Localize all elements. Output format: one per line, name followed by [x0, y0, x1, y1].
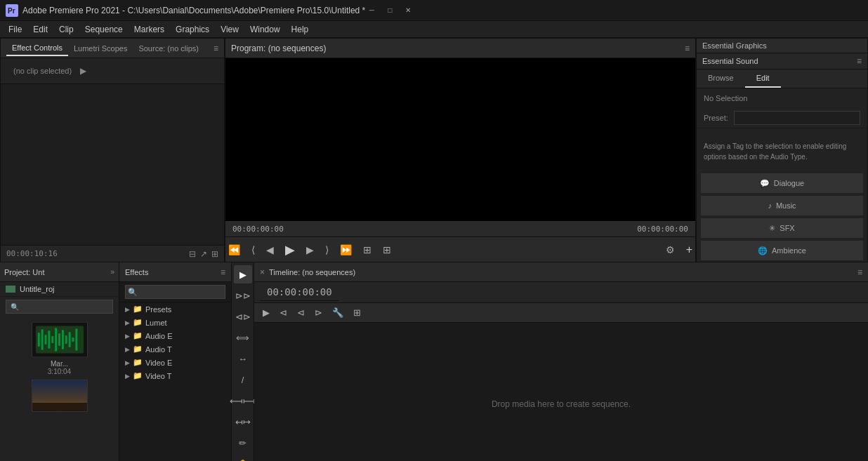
effects-item-audio-transitions[interactable]: ▶ 📁 Audio T	[119, 342, 231, 356]
expand-arrow: ▶	[79, 67, 87, 75]
title-bar: Pr Adobe Premiere Pro 2021 - C:\Users\Da…	[0, 0, 868, 21]
menu-markers[interactable]: Markers	[129, 23, 170, 36]
filter-icon[interactable]: ⊟	[189, 249, 196, 259]
timeline-tool-ripple[interactable]: ⊲	[277, 306, 290, 319]
rolling-edit-button[interactable]: ⟺	[234, 328, 252, 347]
expand-arrow: ▶	[125, 333, 130, 340]
menu-sequence[interactable]: Sequence	[79, 23, 129, 36]
selection-tool-button[interactable]: ▶	[234, 265, 252, 283]
timeline-tool-wrench[interactable]: 🔧	[329, 306, 346, 319]
add-marker-button[interactable]: +	[683, 242, 695, 258]
effects-item-presets[interactable]: ▶ 📁 Presets	[119, 302, 231, 316]
timeline-menu-icon[interactable]: ≡	[857, 267, 862, 277]
sfx-button[interactable]: ✳ SFX	[701, 218, 863, 238]
menu-clip[interactable]: Clip	[53, 23, 79, 36]
project-panel-header: Project: Unt »	[0, 262, 119, 282]
timeline-tool-captions[interactable]: ⊞	[350, 306, 364, 319]
extract-button[interactable]: ⊞	[360, 243, 374, 257]
monitor-controls: ⏪ ⟨ ◀ ▶ ▶ ⟩ ⏩ ⊞ ⊞ ⚙ +	[225, 236, 695, 262]
step-forward-button[interactable]: ⟩	[322, 243, 331, 257]
tab-effect-controls[interactable]: Effect Controls	[6, 41, 68, 56]
panel-menu-icon[interactable]: ≡	[213, 44, 218, 53]
folder-icon: 📁	[133, 305, 143, 314]
pen-button[interactable]: ✏	[234, 434, 252, 452]
insert-button[interactable]: ⊞	[380, 243, 394, 257]
ripple-edit-button[interactable]: ⊲⊳	[234, 307, 252, 326]
export-icon[interactable]: ↗	[200, 249, 207, 259]
effects-item-video-transitions[interactable]: ▶ 📁 Video T	[119, 369, 231, 382]
menu-help[interactable]: Help	[286, 23, 315, 36]
effects-search-input[interactable]	[125, 285, 225, 299]
close-button[interactable]: ✕	[402, 6, 414, 15]
svg-rect-5	[41, 329, 43, 349]
effect-controls-content: (no clip selected) ▶	[1, 58, 224, 245]
wrench-button[interactable]: ⚙	[663, 243, 678, 257]
menu-view[interactable]: View	[215, 23, 244, 36]
forward-button[interactable]: ▶	[303, 243, 317, 257]
hand-button[interactable]: ✋	[234, 455, 252, 461]
main-layout: Effect Controls Lumetri Scopes Source: (…	[0, 38, 868, 461]
settings-icon[interactable]: ⊞	[211, 249, 218, 259]
menu-graphics[interactable]: Graphics	[170, 23, 215, 36]
audio-type-buttons: 💬 Dialogue ♪ Music ✳ SFX 🌐 Ambience	[697, 169, 867, 265]
timeline-header: × Timeline: (no sequences) ≡	[254, 262, 868, 282]
tab-lumetri-scopes[interactable]: Lumetri Scopes	[68, 41, 133, 55]
audio-waveform-thumb	[32, 322, 88, 357]
maximize-button[interactable]: □	[383, 6, 396, 15]
slip-button[interactable]: ⟻⟼	[234, 392, 252, 410]
tab-browse[interactable]: Browse	[697, 69, 745, 88]
project-file-row[interactable]: Untitle_roj	[0, 282, 119, 297]
title-text: Adobe Premiere Pro 2021 - C:\Users\Dania…	[22, 6, 365, 15]
timeline-tool-select[interactable]: ▶	[260, 306, 272, 319]
effects-item-lumetri[interactable]: ▶ 📁 Lumet	[119, 316, 231, 329]
sfx-icon: ✳	[769, 224, 775, 233]
slide-button[interactable]: ↤↦	[234, 413, 252, 431]
mark-out-button[interactable]: ⏩	[337, 243, 355, 257]
step-back-button[interactable]: ⟨	[249, 243, 258, 257]
music-button[interactable]: ♪ Music	[701, 196, 863, 215]
timeline-title: Timeline: (no sequences)	[269, 268, 853, 276]
rewind-button[interactable]: ◀	[263, 243, 277, 257]
menu-edit[interactable]: Edit	[27, 23, 53, 36]
preset-dropdown[interactable]	[734, 111, 860, 125]
track-select-forward-button[interactable]: ⊳⊳	[234, 286, 252, 305]
rate-stretch-button[interactable]: ↔	[234, 349, 252, 368]
effects-panel: Effects ≡ 🔍 ▶ 📁 Presets ▶ 📁 Lumet	[119, 262, 232, 461]
essential-sound-menu[interactable]: ≡	[857, 56, 862, 66]
effects-menu-icon[interactable]: ≡	[221, 267, 225, 277]
play-button[interactable]: ▶	[282, 241, 298, 259]
program-monitor: Program: (no sequences) ≡ 00:00:00:00 00…	[225, 38, 696, 262]
timeline-tool-slip[interactable]: ⊳	[312, 306, 325, 319]
tab-source-no-clips[interactable]: Source: (no clips)	[133, 41, 204, 55]
program-monitor-menu[interactable]: ≡	[685, 44, 690, 53]
effects-item-video-effects[interactable]: ▶ 📁 Video E	[119, 356, 231, 369]
project-search-input[interactable]	[6, 300, 113, 314]
tab-edit[interactable]: Edit	[745, 69, 781, 88]
essential-graphics-panel: Essential Graphics Essential Sound ≡ Bro…	[696, 38, 868, 262]
razor-button[interactable]: /	[234, 370, 252, 389]
project-panel-more[interactable]: »	[110, 268, 114, 276]
window-controls: ─ □ ✕	[365, 6, 414, 15]
monitor-time-row: 00:00:00:00 00:00:00:00	[225, 221, 695, 236]
time-left: 00:00:00:00	[232, 225, 284, 234]
tab-audio-clip[interactable]: Audio Cl	[204, 41, 209, 55]
preset-row: Preset:	[697, 108, 867, 128]
mark-in-button[interactable]: ⏪	[225, 243, 243, 257]
menu-file[interactable]: File	[3, 23, 27, 36]
effects-item-audio-effects[interactable]: ▶ 📁 Audio E	[119, 329, 231, 342]
expand-arrow: ▶	[125, 373, 130, 380]
effects-panel-header: Effects ≡	[119, 262, 231, 282]
program-monitor-title: Program: (no sequences)	[231, 44, 326, 53]
ambience-button[interactable]: 🌐 Ambience	[701, 241, 863, 260]
app-logo: Pr	[6, 4, 18, 17]
timeline-tool-razor[interactable]: ⊲	[294, 306, 308, 319]
essential-sound-title: Essential Sound	[702, 57, 758, 65]
menu-window[interactable]: Window	[244, 23, 286, 36]
timeline-close-button[interactable]: ×	[260, 267, 265, 277]
svg-rect-8	[51, 336, 53, 343]
no-clip-label: (no clip selected)	[6, 61, 79, 81]
video-display	[225, 58, 695, 221]
dialogue-button[interactable]: 💬 Dialogue	[701, 173, 863, 193]
minimize-button[interactable]: ─	[365, 6, 378, 15]
media-thumbnails: Mar... 3:10:04	[0, 316, 119, 417]
